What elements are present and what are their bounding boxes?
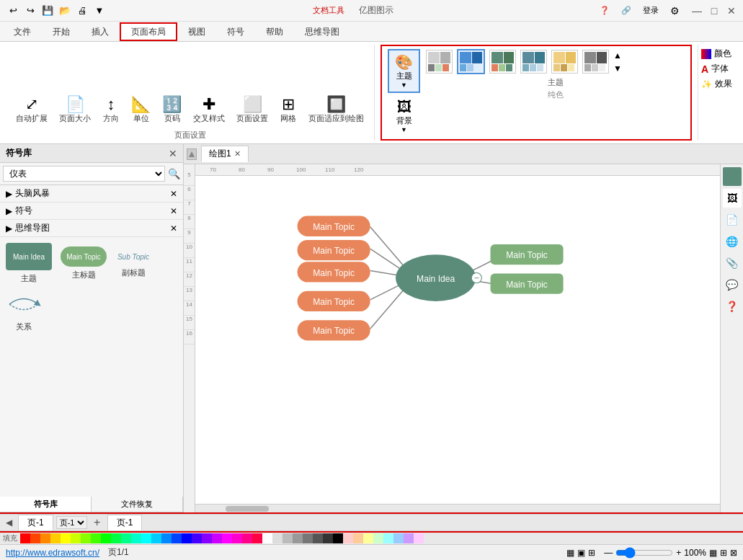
theme-swatch-4[interactable]	[520, 50, 547, 74]
scroll-down-icon[interactable]: ▼	[613, 63, 622, 74]
brainstorm-close-icon[interactable]: ✕	[170, 189, 177, 199]
sidebar-category-mindmap[interactable]: ▶ 思维导图 ✕	[0, 220, 183, 237]
color-cell[interactable]	[373, 533, 383, 543]
color-cell[interactable]	[333, 533, 343, 543]
print-icon[interactable]: 🖨	[75, 4, 89, 18]
color-option-btn[interactable]: 颜色	[701, 48, 734, 60]
view-icon-3[interactable]: ⊞	[588, 548, 595, 558]
color-cell[interactable]	[61, 533, 71, 543]
zoom-in-icon[interactable]: +	[676, 548, 681, 558]
scroll-up-icon[interactable]: ▲	[613, 50, 622, 61]
color-cell[interactable]	[282, 533, 293, 543]
color-cell[interactable]	[182, 533, 192, 543]
canvas-nav-icon[interactable]	[187, 148, 197, 160]
font-option-btn[interactable]: A 字体	[701, 63, 734, 75]
sidebar-category-symbols[interactable]: ▶ 符号 ✕	[0, 203, 183, 220]
tab-file[interactable]: 文件	[3, 22, 42, 41]
zoom-slider[interactable]	[615, 547, 673, 559]
color-cell[interactable]	[222, 533, 232, 543]
page-num-btn[interactable]: 🔢 页码	[158, 94, 186, 127]
color-cell[interactable]	[343, 533, 353, 543]
h-scrollbar-thumb[interactable]	[226, 506, 269, 512]
sidebar-category-brainstorm[interactable]: ▶ 头脑风暴 ✕	[0, 185, 183, 203]
tab-file-recovery[interactable]: 文件恢复	[92, 497, 183, 512]
minimize-btn[interactable]: —	[691, 5, 703, 17]
color-cell[interactable]	[121, 533, 131, 543]
url-link[interactable]: http://www.edrawsoft.cn/	[6, 548, 99, 558]
tab-symbols[interactable]: 符号	[216, 22, 255, 41]
color-cell[interactable]	[242, 533, 252, 543]
color-cell[interactable]	[101, 533, 111, 543]
tab-mindmap[interactable]: 思维导图	[294, 22, 350, 41]
color-cell[interactable]	[71, 533, 81, 543]
color-cell[interactable]	[262, 533, 272, 543]
main-topic-symbol[interactable]: Main Topic 主标题	[61, 246, 107, 280]
more-icon[interactable]: ▼	[92, 4, 107, 18]
right-panel-btn-2[interactable]: 🖼	[723, 189, 742, 208]
share-icon[interactable]: 🔗	[621, 6, 631, 15]
tile-view-icon[interactable]: ⊠	[730, 548, 737, 558]
open-icon[interactable]: 📂	[58, 4, 72, 18]
sidebar-search-icon[interactable]: 🔍	[168, 168, 180, 179]
unit-btn[interactable]: 📐 单位	[127, 94, 155, 127]
right-panel-btn-4[interactable]: 🌐	[723, 232, 742, 251]
relation-symbol[interactable]: 关系	[6, 290, 42, 332]
tab-help[interactable]: 帮助	[255, 22, 294, 41]
right-panel-btn-5[interactable]: 📎	[723, 254, 742, 272]
color-cell[interactable]	[252, 533, 262, 543]
right-panel-btn-6[interactable]: 💬	[723, 275, 742, 294]
view-icon-1[interactable]: ▦	[566, 548, 574, 558]
help-link[interactable]: ❓	[600, 6, 610, 15]
theme-btn[interactable]: 🎨 主题 ▼	[388, 49, 420, 93]
page-tab-dropdown[interactable]: 页-1	[56, 516, 87, 529]
color-cell[interactable]	[151, 533, 161, 543]
theme-swatch-2[interactable]	[457, 49, 485, 74]
zoom-out-icon[interactable]: —	[604, 548, 613, 558]
sidebar-category-dropdown[interactable]: 仪表	[3, 166, 165, 182]
color-cell[interactable]	[30, 533, 40, 543]
view-icon-2[interactable]: ▣	[577, 548, 585, 558]
right-panel-btn-3[interactable]: 📄	[723, 210, 742, 229]
settings-icon[interactable]: ⚙	[670, 5, 680, 17]
auto-expand-btn[interactable]: ⤢ 自动扩展	[12, 94, 52, 127]
sub-topic-symbol[interactable]: Sub Topic 副标题	[115, 249, 151, 278]
grid-btn[interactable]: ⊞ 网格	[275, 94, 301, 127]
crosshair-btn[interactable]: ✚ 交叉样式	[189, 94, 229, 127]
fit-page-icon[interactable]: ▦	[709, 548, 717, 558]
canvas-tab-drawing1[interactable]: 绘图1 ✕	[201, 146, 249, 162]
color-cell[interactable]	[20, 533, 30, 543]
color-cell[interactable]	[141, 533, 151, 543]
color-cell[interactable]	[313, 533, 323, 543]
close-btn[interactable]: ✕	[726, 5, 737, 17]
color-cell[interactable]	[232, 533, 242, 543]
color-cell[interactable]	[192, 533, 202, 543]
color-cell[interactable]	[91, 533, 101, 543]
color-cell[interactable]	[202, 533, 212, 543]
sidebar-close-btn[interactable]: ✕	[169, 148, 177, 159]
tab-symbol-library[interactable]: 符号库	[0, 497, 92, 512]
color-cell[interactable]	[161, 533, 172, 543]
page-tab-1[interactable]: 页-1	[18, 515, 53, 531]
orientation-btn[interactable]: ↕ 方向	[98, 94, 124, 127]
mindmap-close-icon[interactable]: ✕	[170, 223, 177, 234]
symbols-close-icon[interactable]: ✕	[170, 206, 177, 216]
page-nav-left-icon[interactable]: ◀	[3, 517, 15, 528]
page-setup-btn[interactable]: ⬜ 页面设置	[232, 94, 272, 127]
theme-scroll-arrows[interactable]: ▲ ▼	[613, 50, 622, 74]
theme-swatch-3[interactable]	[489, 50, 516, 74]
tab-start[interactable]: 开始	[42, 22, 81, 41]
color-cell[interactable]	[363, 533, 373, 543]
effect-option-btn[interactable]: ✨ 效果	[701, 78, 734, 90]
color-cell[interactable]	[353, 533, 363, 543]
page-tab-label-1[interactable]: 页-1	[107, 515, 143, 531]
right-panel-btn-1[interactable]	[723, 167, 742, 186]
color-cell[interactable]	[40, 533, 50, 543]
theme-swatch-1[interactable]	[426, 50, 453, 74]
color-cell[interactable]	[393, 533, 404, 543]
color-cell[interactable]	[323, 533, 333, 543]
save-icon[interactable]: 💾	[40, 4, 55, 18]
canvas-drawing-area[interactable]: Main Topic Main Topic Main Topic Main To…	[195, 176, 720, 504]
color-cell[interactable]	[212, 533, 222, 543]
tab-view[interactable]: 视图	[177, 22, 216, 41]
add-page-btn[interactable]: +	[90, 515, 104, 530]
